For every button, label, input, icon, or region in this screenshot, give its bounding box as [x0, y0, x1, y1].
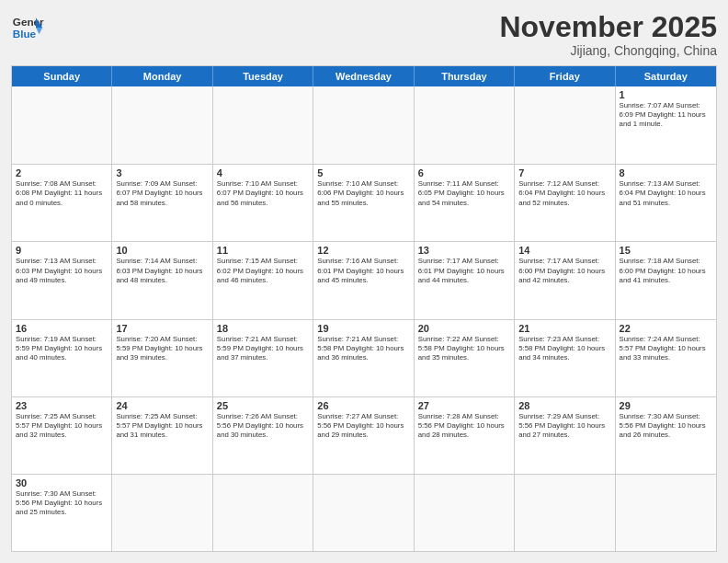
day-info: Sunrise: 7:27 AM Sunset: 5:56 PM Dayligh…: [317, 412, 409, 440]
day-number: 1: [620, 89, 712, 100]
day-info: Sunrise: 7:07 AM Sunset: 6:09 PM Dayligh…: [620, 101, 712, 129]
day-info: Sunrise: 7:17 AM Sunset: 6:00 PM Dayligh…: [518, 257, 610, 284]
day-number: 24: [116, 400, 208, 411]
header: General Blue November 2025 Jijiang, Chon…: [11, 11, 717, 58]
day-info: Sunrise: 7:20 AM Sunset: 5:59 PM Dayligh…: [116, 335, 208, 362]
week-row-5: 30Sunrise: 7:30 AM Sunset: 5:56 PM Dayli…: [12, 474, 716, 551]
calendar-cell: 28Sunrise: 7:29 AM Sunset: 5:56 PM Dayli…: [515, 397, 615, 474]
generalblue-icon: General Blue: [11, 11, 44, 44]
month-title: November 2025: [499, 11, 717, 43]
calendar-cell: [112, 86, 212, 164]
calendar-cell: 9Sunrise: 7:13 AM Sunset: 6:03 PM Daylig…: [12, 242, 112, 318]
day-number: 11: [217, 245, 309, 256]
week-row-3: 16Sunrise: 7:19 AM Sunset: 5:59 PM Dayli…: [12, 319, 716, 396]
calendar-cell: 29Sunrise: 7:30 AM Sunset: 5:56 PM Dayli…: [616, 397, 716, 474]
day-info: Sunrise: 7:25 AM Sunset: 5:57 PM Dayligh…: [116, 412, 208, 440]
day-info: Sunrise: 7:10 AM Sunset: 6:07 PM Dayligh…: [217, 179, 309, 207]
day-number: 21: [518, 323, 610, 334]
day-info: Sunrise: 7:26 AM Sunset: 5:56 PM Dayligh…: [217, 412, 309, 440]
calendar-cell: 4Sunrise: 7:10 AM Sunset: 6:07 PM Daylig…: [213, 165, 313, 241]
day-header-saturday: Saturday: [616, 66, 716, 86]
day-info: Sunrise: 7:14 AM Sunset: 6:03 PM Dayligh…: [116, 257, 208, 284]
day-info: Sunrise: 7:24 AM Sunset: 5:57 PM Dayligh…: [620, 335, 712, 362]
calendar-cell: [313, 86, 414, 164]
calendar-body: 1Sunrise: 7:07 AM Sunset: 6:09 PM Daylig…: [12, 86, 716, 551]
title-block: November 2025 Jijiang, Chongqing, China: [499, 11, 717, 58]
calendar-cell: 11Sunrise: 7:15 AM Sunset: 6:02 PM Dayli…: [213, 242, 313, 318]
calendar-cell: 3Sunrise: 7:09 AM Sunset: 6:07 PM Daylig…: [112, 165, 212, 241]
calendar-cell: 21Sunrise: 7:23 AM Sunset: 5:58 PM Dayli…: [515, 320, 615, 396]
calendar-cell: 24Sunrise: 7:25 AM Sunset: 5:57 PM Dayli…: [112, 397, 212, 474]
day-number: 2: [16, 167, 108, 178]
day-info: Sunrise: 7:28 AM Sunset: 5:56 PM Dayligh…: [418, 412, 510, 440]
day-number: 14: [518, 245, 610, 256]
calendar-cell: 14Sunrise: 7:17 AM Sunset: 6:00 PM Dayli…: [515, 242, 615, 318]
day-number: 10: [116, 245, 208, 256]
day-number: 6: [418, 167, 510, 178]
calendar-cell: 13Sunrise: 7:17 AM Sunset: 6:01 PM Dayli…: [415, 242, 515, 318]
calendar-cell: 30Sunrise: 7:30 AM Sunset: 5:56 PM Dayli…: [12, 475, 112, 551]
day-info: Sunrise: 7:17 AM Sunset: 6:01 PM Dayligh…: [418, 257, 510, 284]
calendar-cell: 5Sunrise: 7:10 AM Sunset: 6:06 PM Daylig…: [313, 165, 414, 241]
day-header-thursday: Thursday: [415, 66, 515, 86]
day-info: Sunrise: 7:10 AM Sunset: 6:06 PM Dayligh…: [317, 179, 409, 207]
day-number: 3: [116, 167, 208, 178]
week-row-2: 9Sunrise: 7:13 AM Sunset: 6:03 PM Daylig…: [12, 241, 716, 318]
day-number: 5: [317, 167, 409, 178]
calendar-cell: 18Sunrise: 7:21 AM Sunset: 5:59 PM Dayli…: [213, 320, 313, 396]
calendar-cell: 16Sunrise: 7:19 AM Sunset: 5:59 PM Dayli…: [12, 320, 112, 396]
day-header-friday: Friday: [515, 66, 615, 86]
calendar-cell: 20Sunrise: 7:22 AM Sunset: 5:58 PM Dayli…: [415, 320, 515, 396]
week-row-4: 23Sunrise: 7:25 AM Sunset: 5:57 PM Dayli…: [12, 396, 716, 474]
calendar-cell: [616, 475, 716, 551]
day-number: 28: [518, 400, 610, 411]
day-info: Sunrise: 7:09 AM Sunset: 6:07 PM Dayligh…: [116, 179, 208, 207]
day-info: Sunrise: 7:08 AM Sunset: 6:08 PM Dayligh…: [16, 179, 108, 207]
day-number: 13: [418, 245, 510, 256]
calendar-cell: 27Sunrise: 7:28 AM Sunset: 5:56 PM Dayli…: [415, 397, 515, 474]
calendar-cell: [313, 475, 414, 551]
calendar-cell: 10Sunrise: 7:14 AM Sunset: 6:03 PM Dayli…: [112, 242, 212, 318]
calendar-cell: [213, 475, 313, 551]
day-number: 29: [620, 400, 712, 411]
day-number: 26: [317, 400, 409, 411]
day-header-sunday: Sunday: [12, 66, 112, 86]
day-header-wednesday: Wednesday: [313, 66, 414, 86]
calendar-cell: 8Sunrise: 7:13 AM Sunset: 6:04 PM Daylig…: [616, 165, 716, 241]
day-info: Sunrise: 7:19 AM Sunset: 5:59 PM Dayligh…: [16, 335, 108, 362]
calendar-cell: [515, 86, 615, 164]
day-number: 4: [217, 167, 309, 178]
svg-marker-3: [36, 28, 42, 34]
day-header-tuesday: Tuesday: [213, 66, 313, 86]
day-info: Sunrise: 7:18 AM Sunset: 6:00 PM Dayligh…: [620, 257, 712, 284]
calendar-cell: 19Sunrise: 7:21 AM Sunset: 5:58 PM Dayli…: [313, 320, 414, 396]
day-info: Sunrise: 7:23 AM Sunset: 5:58 PM Dayligh…: [518, 335, 610, 362]
calendar-cell: 15Sunrise: 7:18 AM Sunset: 6:00 PM Dayli…: [616, 242, 716, 318]
calendar-cell: [415, 475, 515, 551]
day-number: 18: [217, 323, 309, 334]
calendar-cell: 6Sunrise: 7:11 AM Sunset: 6:05 PM Daylig…: [415, 165, 515, 241]
calendar-cell: [112, 475, 212, 551]
day-number: 15: [620, 245, 712, 256]
day-info: Sunrise: 7:12 AM Sunset: 6:04 PM Dayligh…: [518, 179, 610, 207]
week-row-1: 2Sunrise: 7:08 AM Sunset: 6:08 PM Daylig…: [12, 164, 716, 241]
day-number: 30: [16, 477, 108, 488]
day-info: Sunrise: 7:15 AM Sunset: 6:02 PM Dayligh…: [217, 257, 309, 284]
day-number: 27: [418, 400, 510, 411]
day-info: Sunrise: 7:22 AM Sunset: 5:58 PM Dayligh…: [418, 335, 510, 362]
day-header-monday: Monday: [112, 66, 212, 86]
calendar-cell: 12Sunrise: 7:16 AM Sunset: 6:01 PM Dayli…: [313, 242, 414, 318]
day-number: 19: [317, 323, 409, 334]
calendar-cell: 17Sunrise: 7:20 AM Sunset: 5:59 PM Dayli…: [112, 320, 212, 396]
day-info: Sunrise: 7:30 AM Sunset: 5:56 PM Dayligh…: [16, 489, 108, 517]
day-number: 20: [418, 323, 510, 334]
svg-text:Blue: Blue: [13, 28, 37, 40]
day-info: Sunrise: 7:29 AM Sunset: 5:56 PM Dayligh…: [518, 412, 610, 440]
day-info: Sunrise: 7:13 AM Sunset: 6:03 PM Dayligh…: [16, 257, 108, 284]
day-number: 9: [16, 245, 108, 256]
calendar-cell: [12, 86, 112, 164]
calendar-cell: 23Sunrise: 7:25 AM Sunset: 5:57 PM Dayli…: [12, 397, 112, 474]
calendar: SundayMondayTuesdayWednesdayThursdayFrid…: [11, 65, 717, 552]
day-number: 7: [518, 167, 610, 178]
day-number: 16: [16, 323, 108, 334]
